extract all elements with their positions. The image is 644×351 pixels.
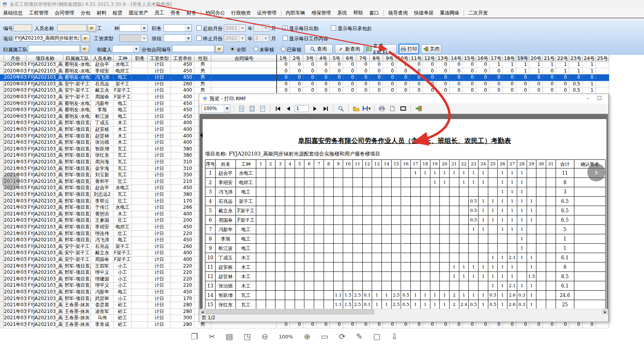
menu-item[interactable]: 内部车辆 bbox=[282, 10, 308, 16]
grid-day-header[interactable]: 16号 bbox=[476, 55, 489, 62]
show-content-checkbox[interactable] bbox=[282, 36, 288, 41]
zoom-out-icon[interactable]: ⊖ bbox=[262, 332, 268, 341]
menu-item[interactable]: 财务 bbox=[183, 10, 200, 16]
preview-minimize-button[interactable]: – bbox=[582, 95, 594, 102]
grid-day-header[interactable]: 13号 bbox=[436, 55, 450, 62]
page-width-icon[interactable] bbox=[237, 105, 246, 112]
qishi-checkbox[interactable] bbox=[196, 25, 201, 31]
preview-maximize-button[interactable]: ☐ bbox=[594, 95, 605, 102]
excel-button[interactable]: 生成EXCEL bbox=[366, 44, 397, 54]
nav-next-icon[interactable] bbox=[311, 105, 319, 112]
menu-item[interactable]: 帮助 bbox=[350, 10, 366, 16]
menu-item[interactable]: 劳务 bbox=[167, 10, 183, 16]
menu-item[interactable]: 工程管理 bbox=[26, 10, 52, 16]
scroll-left-icon[interactable]: ◀ bbox=[200, 309, 205, 314]
open-folder-icon[interactable] bbox=[352, 105, 360, 112]
zhiwu-select[interactable]: ▼ bbox=[164, 24, 192, 32]
fenbao-picker-hand-icon[interactable]: ☛ bbox=[215, 45, 224, 53]
grid-day-header[interactable]: 1号 bbox=[277, 55, 290, 62]
grid-column-header[interactable]: 归属施工队 bbox=[63, 55, 91, 62]
chuangjian-select[interactable]: ▼ bbox=[112, 45, 140, 52]
scissors-icon[interactable]: ✂ bbox=[209, 332, 215, 341]
menu-item[interactable]: 材料 bbox=[94, 10, 110, 16]
grid-column-header[interactable]: 性别 bbox=[194, 55, 211, 62]
banzu-select[interactable]: ▼ bbox=[164, 34, 192, 42]
zoom-in-icon[interactable]: ⊕ bbox=[304, 332, 310, 341]
grid-day-header[interactable]: 3号 bbox=[303, 55, 317, 62]
guishu-input[interactable] bbox=[28, 45, 80, 52]
pencil-icon[interactable]: ✎ bbox=[356, 332, 363, 341]
grid-day-header[interactable]: 19号 bbox=[516, 55, 529, 62]
menu-item[interactable]: 二次开发 bbox=[465, 10, 491, 16]
menu-item[interactable]: 窗口 bbox=[366, 10, 382, 16]
qishi-month-select[interactable]: ▼ bbox=[254, 24, 269, 32]
fenbao-input[interactable] bbox=[172, 45, 214, 52]
print-button[interactable]: 打印 bbox=[399, 44, 419, 54]
grid-day-header[interactable]: 20号 bbox=[529, 55, 543, 62]
grid-day-header[interactable]: 4号 bbox=[317, 55, 330, 62]
grid-day-header[interactable]: 21号 bbox=[543, 55, 556, 62]
grid-day-header[interactable]: 22号 bbox=[556, 55, 569, 62]
zhongzhi-checkbox[interactable] bbox=[196, 36, 201, 41]
guishu-picker-hand-icon[interactable]: ☛ bbox=[81, 45, 89, 53]
grid-day-header[interactable]: 25号 bbox=[596, 55, 609, 62]
grid-column-header[interactable]: 职务 bbox=[132, 55, 148, 62]
renyuan-input[interactable] bbox=[57, 24, 87, 31]
rotate-icon[interactable]: ⟳ bbox=[339, 332, 345, 341]
grid-day-header[interactable]: 12号 bbox=[423, 55, 436, 62]
grid-column-header[interactable]: 人员名称 bbox=[91, 55, 113, 62]
menu-item[interactable]: 员工 bbox=[151, 10, 167, 16]
print-icon[interactable] bbox=[378, 105, 386, 112]
grid-column-header[interactable]: 月份 bbox=[4, 55, 27, 62]
menu-item[interactable]: 协同办公 bbox=[202, 10, 228, 16]
table-row[interactable]: 2021年03月FYJA202103_高能王春景-抹灰李青成砼工计日280男00… bbox=[0, 322, 609, 328]
table-row[interactable]: 2020年03月FYJA202103_高能蔡明友-水电工赵合平水电工计日450男… bbox=[0, 62, 609, 68]
scroll-right-icon[interactable]: ▶ bbox=[603, 309, 608, 314]
renyuan-picker-hand-icon[interactable]: ☛ bbox=[88, 24, 96, 32]
grid-column-header[interactable]: 工种 bbox=[113, 55, 132, 62]
square-icon[interactable]: ▢ bbox=[373, 332, 381, 341]
xiangmu-picker-hand-icon[interactable]: ☛ bbox=[81, 34, 90, 42]
grid-day-header[interactable]: 2号 bbox=[290, 55, 303, 62]
menu-item[interactable]: 合同管理 bbox=[52, 10, 77, 16]
grid-column-header[interactable]: 工资单价 bbox=[171, 55, 194, 62]
nav-last-icon[interactable] bbox=[321, 105, 330, 112]
preview-title-bar[interactable]: 预览 - 打印.RMF – ☐ bbox=[199, 94, 608, 103]
grid-day-header[interactable]: 8号 bbox=[370, 55, 383, 62]
grid-day-header[interactable]: 17号 bbox=[489, 55, 503, 62]
grid-day-header[interactable]: 15号 bbox=[463, 55, 476, 62]
grid-column-header[interactable]: 项目名称 bbox=[27, 55, 63, 62]
blank-page-icon[interactable] bbox=[388, 105, 397, 112]
menu-item[interactable]: 系统 bbox=[334, 10, 350, 16]
menu-item[interactable]: 租赁 bbox=[110, 10, 126, 16]
new-query-button[interactable]: 新查询 bbox=[335, 44, 364, 54]
table-row[interactable]: 2020年03月FYJA202103_高能蔡明友-水电工冯飞强电工计日450男0… bbox=[0, 74, 609, 81]
grid-day-header[interactable]: 24号 bbox=[583, 55, 596, 62]
menu-item[interactable]: 重连网络 bbox=[437, 10, 462, 16]
grid-column-header[interactable]: 合同编号 bbox=[211, 55, 277, 62]
grid-day-header[interactable]: 10号 bbox=[396, 55, 410, 62]
window-icon[interactable]: ❐ bbox=[191, 332, 198, 341]
query-button[interactable]: 查询 bbox=[304, 44, 333, 54]
page-number-input[interactable] bbox=[295, 105, 309, 112]
menu-item[interactable]: 快捷单据 bbox=[411, 10, 437, 16]
gongzi-select[interactable]: ▼ bbox=[119, 34, 148, 42]
table-row[interactable]: 2020年03月FYJA202103_高能安宁-架子工戴立永F架子工计日400男… bbox=[0, 87, 609, 94]
find-icon[interactable] bbox=[336, 105, 345, 112]
menu-item[interactable]: 固定资产 bbox=[126, 10, 151, 16]
show-daily-checkbox[interactable]: ✓ bbox=[282, 25, 288, 31]
grid-day-header[interactable]: 9号 bbox=[383, 55, 396, 62]
grid-day-header[interactable]: 23号 bbox=[569, 55, 583, 62]
download-icon[interactable]: ⇩ bbox=[391, 332, 398, 341]
grid-day-header[interactable]: 6号 bbox=[343, 55, 356, 62]
menu-item[interactable]: 基础信息 bbox=[0, 10, 26, 16]
menu-item[interactable]: 分包 bbox=[77, 10, 94, 16]
frame-icon[interactable] bbox=[399, 105, 407, 112]
close-button[interactable]: 关闭 bbox=[421, 44, 441, 54]
rect-icon[interactable]: ▭ bbox=[321, 332, 328, 341]
grid-day-header[interactable]: 18号 bbox=[503, 55, 516, 62]
radio-all[interactable] bbox=[230, 47, 235, 51]
grid-day-header[interactable]: 14号 bbox=[450, 55, 463, 62]
table-row[interactable]: 2020年03月FYJA202103_高能安宁-架子工石兆远架子工计日260男0… bbox=[0, 81, 609, 88]
zhongzhi-year-select[interactable]: 2021▼ bbox=[224, 34, 246, 42]
